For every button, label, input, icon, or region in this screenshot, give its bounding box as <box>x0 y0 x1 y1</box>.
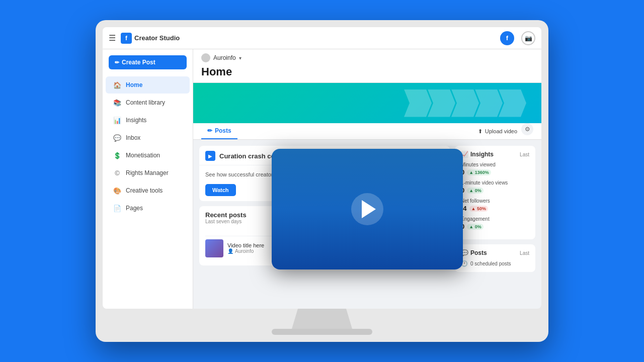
create-post-icon: ✏ <box>115 59 119 66</box>
account-avatar <box>201 53 210 62</box>
metric-label-1min: 1-minute video views <box>461 180 529 186</box>
creative-tools-icon: 🎨 <box>113 186 122 195</box>
posts-card-header: 💬 Posts Last <box>461 249 529 256</box>
metric-value-followers: -4 ▲ 50% <box>461 205 529 212</box>
metric-minutes-viewed: Minutes viewed 0 ▲ 1360% <box>461 162 529 176</box>
posts-card: 💬 Posts Last 🕐 0 scheduled posts <box>455 244 535 272</box>
sidebar: ✏ Create Post 🏠 Home 📚 Content library 📊… <box>103 49 193 309</box>
sidebar-item-label-inbox: Inbox <box>126 134 140 141</box>
sidebar-item-label-insights: Insights <box>126 117 146 124</box>
monitor-base <box>272 329 372 335</box>
video-overlay[interactable] <box>272 149 463 269</box>
create-post-label: Create Post <box>122 59 155 66</box>
create-post-button[interactable]: ✏ Create Post <box>109 55 187 69</box>
sidebar-item-content-library[interactable]: 📚 Content library <box>106 94 190 111</box>
inbox-icon: 💬 <box>113 133 122 142</box>
sidebar-item-label-rights: Rights Manager <box>126 169 169 176</box>
insights-title-label: Insights <box>470 151 494 158</box>
insights-link[interactable]: Last <box>520 152 529 157</box>
metric-label-followers: Net followers <box>461 198 529 204</box>
metric-badge-engagement: ▲ 0% <box>467 224 483 230</box>
teal-banner <box>193 83 541 123</box>
curation-video-icon: ▶ <box>205 151 215 161</box>
sidebar-item-insights[interactable]: 📊 Insights <box>106 112 190 129</box>
chevron-row <box>404 89 536 117</box>
facebook-icon[interactable]: f <box>500 31 514 45</box>
tabs-bar: ✏ Posts ⬆ Upload video ⚙ <box>193 123 541 140</box>
chevron-5 <box>499 89 526 117</box>
main-area: ✏ Create Post 🏠 Home 📚 Content library 📊… <box>103 49 541 309</box>
metric-value-minutes: 0 ▲ 1360% <box>461 168 529 176</box>
tab-posts-label: Posts <box>215 127 231 134</box>
sidebar-item-inbox[interactable]: 💬 Inbox <box>106 129 190 146</box>
sidebar-item-label-pages: Pages <box>126 205 143 212</box>
sidebar-item-pages[interactable]: 📄 Pages <box>106 200 190 217</box>
posts-link[interactable]: Last <box>520 250 529 256</box>
metric-badge-minutes: ▲ 1360% <box>467 169 491 175</box>
chevron-3 <box>451 89 479 117</box>
insights-icon: 📊 <box>113 116 122 125</box>
play-button[interactable] <box>351 193 383 225</box>
pages-icon: 📄 <box>113 204 122 213</box>
sidebar-item-home[interactable]: 🏠 Home <box>106 76 190 94</box>
hamburger-icon[interactable]: ☰ <box>109 33 116 43</box>
chevron-2 <box>428 89 455 117</box>
metric-value-1min: 0 ▲ 0% <box>461 187 529 194</box>
insights-card: 📈 Insights Last Minutes viewed 0 <box>455 146 535 239</box>
chevron-1 <box>404 89 432 117</box>
app-logo: f Creator Studio <box>121 33 180 44</box>
content-library-icon: 📚 <box>113 98 122 107</box>
sidebar-item-monetisation[interactable]: 💲 Monetisation <box>106 147 190 164</box>
post-account-name: Auroinfo <box>235 248 254 254</box>
metric-label-engagement: Engagement <box>461 216 529 222</box>
post-thumb-inner <box>205 239 223 257</box>
posts-title-label: Posts <box>470 249 487 256</box>
chevron-down-icon[interactable]: ▾ <box>239 55 242 61</box>
screen-bezel: ☰ f Creator Studio f 📷 <box>103 27 541 309</box>
upload-video-label: Upload video <box>485 128 517 134</box>
metric-badge-followers: ▲ 50% <box>469 206 488 212</box>
settings-icon[interactable]: ⚙ <box>521 123 533 135</box>
content-area: Auroinfo ▾ Home <box>193 49 541 309</box>
recent-title: Recent posts <box>205 211 247 219</box>
scheduled-row: 🕐 0 scheduled posts <box>461 260 529 267</box>
sidebar-item-creative-tools[interactable]: 🎨 Creative tools <box>106 182 190 199</box>
body-content: ▶ Curation crash course ✕ See how succes… <box>193 140 541 278</box>
monitor-shell: ☰ f Creator Studio f 📷 <box>96 20 548 342</box>
insights-card-title: 📈 Insights <box>461 151 494 158</box>
metric-engagement: Engagement 0 ▲ 0% <box>461 216 529 230</box>
metric-1min-views: 1-minute video views 0 ▲ 0% <box>461 180 529 194</box>
content-header: Auroinfo ▾ Home <box>193 49 541 83</box>
tab-posts[interactable]: ✏ Posts <box>201 123 237 139</box>
metric-value-engagement: 0 ▲ 0% <box>461 223 529 230</box>
account-row: Auroinfo ▾ <box>201 53 533 62</box>
recent-subtitle: Last seven days <box>205 219 247 224</box>
rights-manager-icon: © <box>113 168 122 177</box>
watch-button[interactable]: Watch <box>205 184 236 196</box>
tab-posts-icon: ✏ <box>207 127 212 134</box>
monetisation-icon: 💲 <box>113 151 122 160</box>
post-account-avatar-icon: 👤 <box>227 248 233 254</box>
account-name: Auroinfo <box>213 54 236 61</box>
instagram-icon[interactable]: 📷 <box>521 31 535 45</box>
play-triangle-icon <box>362 200 376 218</box>
upload-icon: ⬆ <box>478 128 482 135</box>
insights-card-header: 📈 Insights Last <box>461 151 529 158</box>
sidebar-item-rights-manager[interactable]: © Rights Manager <box>106 164 190 182</box>
platform-icons: f 📷 <box>500 31 535 45</box>
right-sidebar: 📈 Insights Last Minutes viewed 0 <box>455 146 535 272</box>
post-thumbnail <box>205 239 223 257</box>
app: ☰ f Creator Studio f 📷 <box>103 27 541 309</box>
top-nav: ☰ f Creator Studio f 📷 <box>103 27 541 49</box>
home-icon: 🏠 <box>113 80 122 89</box>
upload-video-button[interactable]: ⬆ Upload video <box>474 123 521 139</box>
monitor-stand <box>292 309 352 329</box>
logo-box: f <box>121 33 132 44</box>
posts-card-title: 💬 Posts <box>461 249 487 256</box>
page-title: Home <box>201 65 533 78</box>
logo-letter: f <box>125 35 127 42</box>
sidebar-item-label-home: Home <box>126 81 142 88</box>
chevron-4 <box>475 89 503 117</box>
metric-badge-1min: ▲ 0% <box>467 188 483 194</box>
sidebar-item-label-content: Content library <box>126 99 165 106</box>
